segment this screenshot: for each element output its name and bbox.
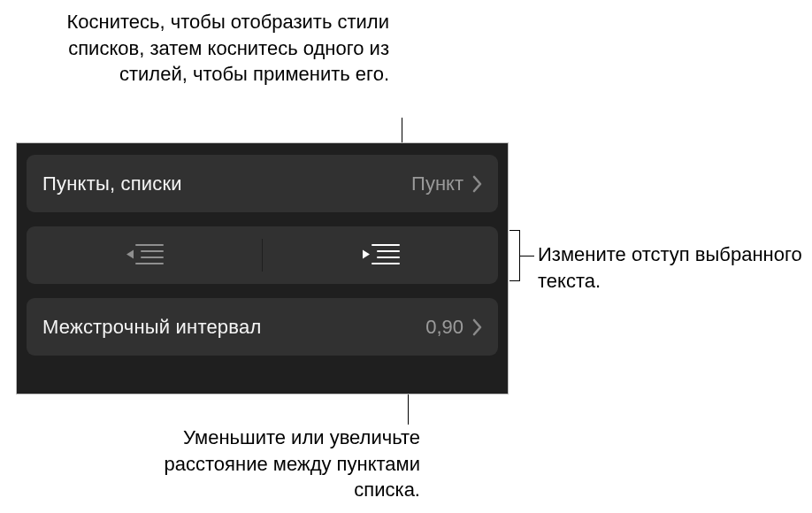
outdent-icon [124, 241, 165, 271]
leader-line-right [520, 256, 534, 256]
svg-marker-4 [126, 249, 134, 258]
row-indent-controls [27, 226, 498, 284]
format-panel: Пункты, списки Пункт [16, 142, 509, 394]
row-bullets-lists-value: Пункт [411, 172, 463, 195]
callout-line-spacing: Уменьшите или увеличьте расстояние между… [137, 425, 420, 503]
svg-marker-9 [363, 249, 370, 258]
indent-button[interactable] [263, 226, 498, 284]
outdent-button[interactable] [27, 226, 262, 284]
row-bullets-lists[interactable]: Пункты, списки Пункт [27, 155, 498, 212]
bracket-indent [509, 230, 520, 281]
callout-list-styles: Коснитесь, чтобы отобразить стили списко… [62, 9, 389, 88]
row-line-spacing-value: 0,90 [425, 316, 463, 339]
indent-icon [360, 241, 401, 271]
row-line-spacing-label: Межстрочный интервал [42, 316, 425, 339]
row-line-spacing[interactable]: Межстрочный интервал 0,90 [27, 298, 498, 356]
chevron-right-icon [472, 318, 482, 336]
callout-indent: Измените отступ выбранного текста. [538, 241, 803, 294]
row-bullets-lists-label: Пункты, списки [42, 172, 411, 195]
chevron-right-icon [472, 175, 482, 193]
